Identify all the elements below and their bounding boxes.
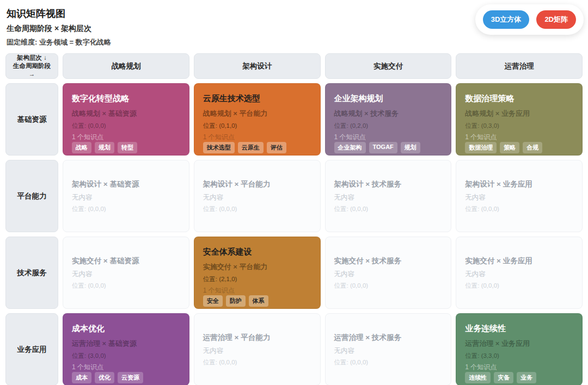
cell-knowledge-count: 1 个知识点 <box>465 363 573 372</box>
matrix-cell-empty[interactable]: 实施交付 × 业务应用无内容位置: (0,0,0) <box>456 237 583 309</box>
matrix-cell-empty[interactable]: 架构设计 × 技术服务无内容位置: (0,0,0) <box>325 160 452 232</box>
cell-tag: 战略 <box>72 142 91 153</box>
cell-position: 位置: (0,0,0) <box>72 205 180 213</box>
cell-tag: 云原生 <box>238 142 264 153</box>
cell-dimension-label: 架构设计 × 业务应用 <box>465 179 573 189</box>
cell-tags: 数据治理策略合规 <box>465 142 573 153</box>
cell-dimension-label: 架构设计 × 平台能力 <box>203 179 311 189</box>
matrix-corner-label: 架构层次 ↓生命周期阶段→ <box>5 53 58 79</box>
cell-title: 数字化转型战略 <box>72 94 180 104</box>
cell-position: 位置: (0,0,0) <box>465 205 573 213</box>
cell-tag: 企业架构 <box>334 142 366 153</box>
matrix-cell-empty[interactable]: 运营治理 × 技术服务无内容位置: (0,0,0) <box>325 313 452 385</box>
view-3d-cube-button[interactable]: 3D立方体 <box>483 10 530 29</box>
matrix-cell-empty[interactable]: 架构设计 × 业务应用无内容位置: (0,0,0) <box>456 160 583 232</box>
cell-dimension-label: 实施交付 × 平台能力 <box>203 262 311 272</box>
cell-dimension-label: 实施交付 × 基础资源 <box>72 256 180 266</box>
cell-tag: 转型 <box>118 142 137 153</box>
cell-tag: 优化 <box>95 372 114 383</box>
cell-knowledge-count: 1 个知识点 <box>465 133 573 142</box>
matrix-cell-filled[interactable]: 企业架构规划战略规划 × 技术服务位置: (0,2,0)1 个知识点企业架构TO… <box>325 83 452 156</box>
cell-dimension-label: 战略规划 × 基础资源 <box>72 109 180 119</box>
cell-position: 位置: (0,1,0) <box>203 122 311 130</box>
row-header-4: 业务应用 <box>5 313 58 385</box>
cell-dimension-label: 运营治理 × 业务应用 <box>465 339 573 349</box>
cell-position: 位置: (3,3,0) <box>465 352 573 360</box>
cell-dimension-label: 战略规划 × 技术服务 <box>334 109 443 119</box>
matrix-cell-filled[interactable]: 业务连续性运营治理 × 业务应用位置: (3,3,0)1 个知识点连续性灾备业务 <box>456 313 583 385</box>
cell-tag: 评估 <box>267 142 286 153</box>
view-switcher: 3D立方体 2D矩阵 <box>475 4 584 35</box>
cell-position: 位置: (0,0,0) <box>203 205 311 213</box>
matrix-cell-filled[interactable]: 安全体系建设实施交付 × 平台能力位置: (2,1,0)1 个知识点安全防护体系 <box>194 237 321 309</box>
cell-empty-text: 无内容 <box>203 193 311 202</box>
matrix-cell-empty[interactable]: 架构设计 × 基础资源无内容位置: (0,0,0) <box>63 160 189 232</box>
cell-tags: 安全防护体系 <box>203 295 311 307</box>
cell-tag: 灾备 <box>494 372 513 383</box>
row-header-3: 技术服务 <box>5 237 58 309</box>
cell-position: 位置: (0,0,0) <box>334 358 443 367</box>
cell-position: 位置: (0,0,0) <box>465 282 573 290</box>
matrix-cell-empty[interactable]: 实施交付 × 基础资源无内容位置: (0,0,0) <box>63 237 189 309</box>
cell-position: 位置: (0,0,0) <box>334 205 443 213</box>
matrix-cell-filled[interactable]: 成本优化运营治理 × 基础资源位置: (3,0,0)1 个知识点成本优化云资源 <box>63 313 189 385</box>
cell-tags: 连续性灾备业务 <box>465 372 573 383</box>
cell-position: 位置: (0,0,0) <box>203 358 311 367</box>
cell-position: 位置: (0,0,0) <box>72 122 180 130</box>
cell-position: 位置: (3,0,0) <box>72 352 180 360</box>
cell-title: 业务连续性 <box>465 324 573 334</box>
cell-tag: 防护 <box>226 295 246 307</box>
cell-dimension-label: 运营治理 × 技术服务 <box>334 333 443 343</box>
cell-position: 位置: (2,1,0) <box>203 275 311 283</box>
cell-empty-text: 无内容 <box>72 193 180 202</box>
page-header: 知识矩阵视图 生命周期阶段 × 架构层次 固定维度: 业务领域 = 数字化战略 … <box>0 0 588 49</box>
cell-tag: 连续性 <box>465 372 491 383</box>
cell-dimension-label: 运营治理 × 平台能力 <box>203 333 311 343</box>
cell-knowledge-count: 1 个知识点 <box>72 363 180 372</box>
matrix-cell-empty[interactable]: 架构设计 × 平台能力无内容位置: (0,0,0) <box>194 160 321 232</box>
cell-knowledge-count: 1 个知识点 <box>203 286 311 295</box>
matrix-cell-filled[interactable]: 云原生技术选型战略规划 × 平台能力位置: (0,1,0)1 个知识点技术选型云… <box>194 83 321 156</box>
cell-dimension-label: 架构设计 × 技术服务 <box>334 179 443 189</box>
cell-empty-text: 无内容 <box>203 346 311 356</box>
cell-empty-text: 无内容 <box>465 193 573 202</box>
row-header-2: 平台能力 <box>5 160 58 232</box>
cell-title: 数据治理策略 <box>465 94 573 104</box>
corner-label-line: 生命周期阶段 <box>13 62 51 70</box>
column-header-3: 实施交付 <box>325 53 452 79</box>
cell-tag: 安全 <box>203 295 223 307</box>
cell-empty-text: 无内容 <box>465 270 573 279</box>
fixed-dimension-label: 固定维度: 业务领域 = 数字化战略 <box>7 38 583 47</box>
cell-position: 位置: (0,0,0) <box>72 282 180 290</box>
matrix-cell-empty[interactable]: 运营治理 × 平台能力无内容位置: (0,0,0) <box>194 313 321 385</box>
corner-label-line: 架构层次 ↓ <box>17 54 47 62</box>
knowledge-matrix-page: 知识矩阵视图 生命周期阶段 × 架构层次 固定维度: 业务领域 = 数字化战略 … <box>0 0 588 385</box>
cell-dimension-label: 实施交付 × 业务应用 <box>465 256 573 266</box>
corner-label-line: → <box>29 70 35 78</box>
view-2d-matrix-button[interactable]: 2D矩阵 <box>536 10 576 29</box>
matrix-cell-filled[interactable]: 数字化转型战略战略规划 × 基础资源位置: (0,0,0)1 个知识点战略规划转… <box>63 83 189 156</box>
cell-tag: 规划 <box>95 142 114 153</box>
cell-tag: TOGAF <box>369 142 397 153</box>
cell-position: 位置: (0,2,0) <box>334 122 443 130</box>
cell-knowledge-count: 1 个知识点 <box>72 133 180 142</box>
cell-dimension-label: 战略规划 × 业务应用 <box>465 109 573 119</box>
cell-title: 云原生技术选型 <box>203 94 311 104</box>
cell-empty-text: 无内容 <box>334 193 443 202</box>
column-header-4: 运营治理 <box>456 53 583 79</box>
matrix-cell-filled[interactable]: 数据治理策略战略规划 × 业务应用位置: (0,3,0)1 个知识点数据治理策略… <box>456 83 583 156</box>
cell-title: 安全体系建设 <box>203 247 311 257</box>
column-header-2: 架构设计 <box>194 53 321 79</box>
cell-tag: 体系 <box>249 295 268 307</box>
cell-position: 位置: (0,3,0) <box>465 122 573 130</box>
matrix-cell-empty[interactable]: 实施交付 × 技术服务无内容位置: (0,0,0) <box>325 237 452 309</box>
cell-knowledge-count: 1 个知识点 <box>334 133 443 142</box>
cell-empty-text: 无内容 <box>334 346 443 356</box>
row-header-1: 基础资源 <box>5 83 58 156</box>
cell-tag: 成本 <box>72 372 91 383</box>
cell-tags: 成本优化云资源 <box>72 372 180 383</box>
cell-tag: 规划 <box>401 142 420 153</box>
cell-empty-text: 无内容 <box>334 270 443 279</box>
cell-tag: 业务 <box>517 372 536 383</box>
matrix-grid: 架构层次 ↓生命周期阶段→战略规划架构设计实施交付运营治理基础资源数字化转型战略… <box>5 53 583 385</box>
